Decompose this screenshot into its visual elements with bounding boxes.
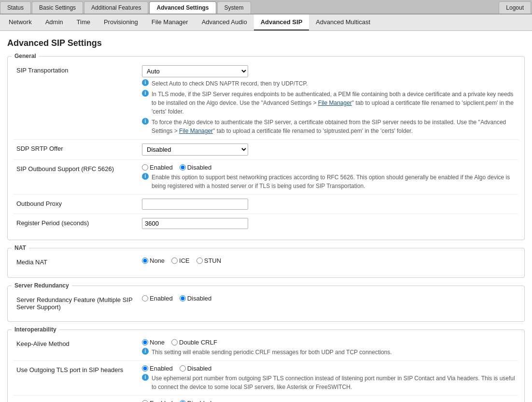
sip-outbound-control: Enabled Disabled i Enable this option to…	[142, 164, 516, 190]
nav-admin[interactable]: Admin	[39, 14, 70, 30]
tab-system[interactable]: System	[217, 1, 251, 14]
top-tab-bar: Status Basic Settings Additional Feature…	[0, 0, 532, 14]
general-section: General SIP Transportation Auto UDP TCP …	[7, 56, 525, 240]
media-nat-radio-group: None ICE STUN	[142, 257, 516, 264]
server-redundancy-disabled-radio[interactable]	[180, 295, 186, 302]
media-nat-ice-radio[interactable]	[171, 258, 178, 264]
nav-file-manager[interactable]: File Manager	[145, 14, 195, 30]
sip-transportation-label: SIP Transportation	[16, 65, 142, 74]
do-not-reuse-label: Do Not Reuse Authorization Headers	[16, 400, 142, 402]
keep-alive-double-crlf-radio[interactable]	[171, 339, 178, 345]
register-period-control	[142, 218, 516, 229]
sip-outbound-label: SIP Outbound Support (RFC 5626)	[16, 164, 142, 172]
tab-status[interactable]: Status	[0, 1, 31, 14]
interoperability-legend: Interoperability	[12, 326, 59, 333]
sip-outbound-enabled-radio[interactable]	[142, 164, 148, 171]
outgoing-tls-label: Use Outgoing TLS port in SIP headers	[16, 365, 142, 373]
outgoing-tls-radio-group: Enabled Disabled	[142, 365, 516, 372]
do-not-reuse-enabled-radio[interactable]	[142, 400, 148, 402]
sdp-srtp-label: SDP SRTP Offer	[16, 144, 142, 152]
outgoing-tls-enabled-label[interactable]: Enabled	[142, 365, 173, 372]
media-nat-ice-label[interactable]: ICE	[171, 257, 190, 264]
interoperability-section: Interoperability Keep-Alive Method None …	[7, 330, 525, 402]
sip-outbound-enabled-label[interactable]: Enabled	[142, 164, 173, 171]
sip-outbound-row: SIP Outbound Support (RFC 5626) Enabled …	[14, 160, 518, 195]
keep-alive-row: Keep-Alive Method None Double CRLF i Thi…	[14, 335, 518, 361]
file-manager-link-2[interactable]: File Manager	[179, 128, 213, 134]
outbound-proxy-row: Outbound Proxy	[14, 195, 518, 214]
do-not-reuse-row: Do Not Reuse Authorization Headers Enabl…	[14, 396, 518, 402]
server-redundancy-enabled-radio[interactable]	[142, 295, 148, 302]
nat-legend: NAT	[12, 244, 29, 251]
outgoing-tls-control: Enabled Disabled i Use ephemeral port nu…	[142, 365, 516, 391]
tab-advanced-settings[interactable]: Advanced Settings	[149, 1, 216, 14]
info-icon-1: i	[142, 79, 149, 86]
media-nat-stun-radio[interactable]	[196, 258, 203, 264]
outgoing-tls-disabled-label[interactable]: Disabled	[180, 365, 212, 372]
nav-bar: Network Admin Time Provisioning File Man…	[0, 14, 532, 31]
info-icon-2: i	[142, 90, 149, 97]
do-not-reuse-disabled-label[interactable]: Disabled	[180, 400, 212, 402]
server-redundancy-row: Server Redundancy Feature (Multiple SIP …	[14, 291, 518, 315]
sip-transportation-select[interactable]: Auto UDP TCP TLS	[142, 65, 248, 77]
server-redundancy-disabled-label[interactable]: Disabled	[180, 295, 212, 302]
keep-alive-radio-group: None Double CRLF	[142, 339, 516, 346]
do-not-reuse-control: Enabled Disabled i When enabled, all SIP…	[142, 400, 516, 402]
nav-network[interactable]: Network	[2, 14, 39, 30]
outbound-proxy-input[interactable]	[142, 199, 248, 210]
sdp-srtp-row: SDP SRTP Offer Disabled Enabled	[14, 140, 518, 160]
sdp-srtp-select[interactable]: Disabled Enabled	[142, 144, 248, 156]
keep-alive-none-radio[interactable]	[142, 339, 148, 345]
server-redundancy-label: Server Redundancy Feature (Multiple SIP …	[16, 295, 142, 311]
nav-provisioning[interactable]: Provisioning	[97, 14, 145, 30]
tab-logout[interactable]: Logout	[499, 1, 531, 14]
media-nat-label: Media NAT	[16, 257, 142, 266]
page-title: Advanced SIP Settings	[7, 38, 525, 48]
server-redundancy-section: Server Redundancy Server Redundancy Feat…	[7, 286, 525, 322]
sip-transport-info3: i To force the Algo device to authentica…	[142, 118, 516, 135]
sip-transportation-row: SIP Transportation Auto UDP TCP TLS i Se…	[14, 61, 518, 140]
file-manager-link-1[interactable]: File Manager	[318, 100, 352, 106]
outgoing-tls-disabled-radio[interactable]	[180, 365, 186, 372]
outgoing-tls-info: i Use ephemeral port number from outgoin…	[142, 374, 516, 391]
keep-alive-none-label[interactable]: None	[142, 339, 165, 346]
outgoing-tls-enabled-radio[interactable]	[142, 365, 148, 372]
server-redundancy-legend: Server Redundancy	[12, 282, 72, 289]
register-period-input[interactable]	[142, 218, 248, 229]
info-icon-3: i	[142, 118, 149, 125]
do-not-reuse-disabled-radio[interactable]	[180, 400, 186, 402]
keep-alive-info: i This setting will enable sending perio…	[142, 348, 516, 357]
do-not-reuse-radio-group: Enabled Disabled	[142, 400, 516, 402]
tab-additional-features[interactable]: Additional Features	[84, 1, 148, 14]
server-redundancy-enabled-label[interactable]: Enabled	[142, 295, 173, 302]
media-nat-none-label[interactable]: None	[142, 257, 165, 264]
sip-transportation-control: Auto UDP TCP TLS i Select Auto to check …	[142, 65, 516, 135]
register-period-label: Register Period (seconds)	[16, 218, 142, 227]
keep-alive-double-crlf-label[interactable]: Double CRLF	[171, 339, 217, 346]
register-period-row: Register Period (seconds)	[14, 214, 518, 233]
general-legend: General	[12, 53, 39, 59]
sip-outbound-info: i Enable this option to support best net…	[142, 173, 516, 190]
sip-outbound-disabled-label[interactable]: Disabled	[180, 164, 212, 171]
main-content: Advanced SIP Settings General SIP Transp…	[0, 31, 532, 402]
media-nat-stun-label[interactable]: STUN	[196, 257, 221, 264]
sip-transport-info1: i Select Auto to check DNS NAPTR record,…	[142, 79, 516, 88]
media-nat-control: None ICE STUN	[142, 257, 516, 264]
nav-time[interactable]: Time	[70, 14, 97, 30]
nav-advanced-multicast[interactable]: Advanced Multicast	[309, 14, 377, 30]
info-icon-5: i	[142, 348, 149, 355]
tab-basic-settings[interactable]: Basic Settings	[32, 1, 83, 14]
nav-advanced-audio[interactable]: Advanced Audio	[195, 14, 254, 30]
nat-section: NAT Media NAT None ICE STUN	[7, 248, 525, 278]
outgoing-tls-row: Use Outgoing TLS port in SIP headers Ena…	[14, 361, 518, 396]
sip-outbound-disabled-radio[interactable]	[180, 164, 186, 171]
do-not-reuse-enabled-label[interactable]: Enabled	[142, 400, 173, 402]
sip-transport-info2: i In TLS mode, if the SIP Server require…	[142, 90, 516, 116]
server-redundancy-radio-group: Enabled Disabled	[142, 295, 516, 302]
nav-advanced-sip[interactable]: Advanced SIP	[254, 14, 309, 30]
media-nat-none-radio[interactable]	[142, 258, 148, 264]
media-nat-row: Media NAT None ICE STUN	[14, 253, 518, 271]
info-icon-6: i	[142, 374, 149, 381]
outbound-proxy-control	[142, 199, 516, 210]
sip-outbound-radio-group: Enabled Disabled	[142, 164, 516, 171]
